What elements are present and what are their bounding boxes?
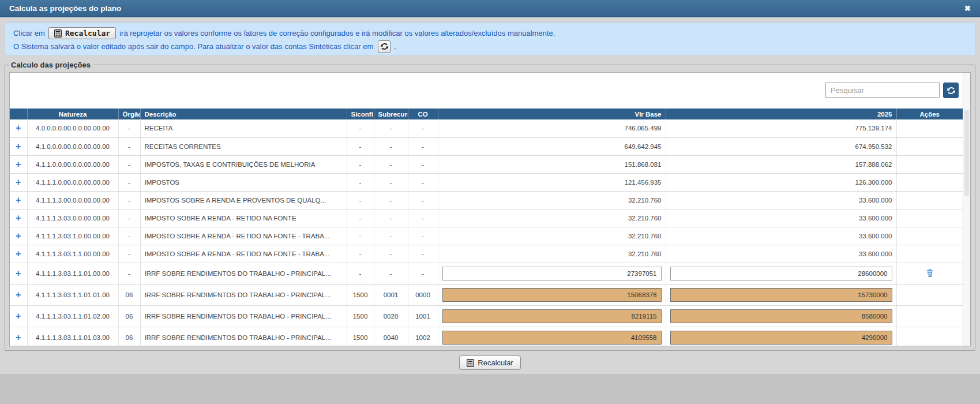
vlr-base-input[interactable] [442,309,662,323]
expand-cell: + [10,209,27,227]
expand-plus-icon[interactable]: + [16,333,21,342]
vlr-base-input[interactable] [442,288,662,302]
expand-cell: + [10,305,27,327]
refresh-inline-chip [378,40,391,53]
table-row: + 4.1.1.1.3.00.0.0.00.00.00 - IMPOSTOS S… [10,191,963,209]
year-2025-cell [666,263,896,284]
vlr-base-cell [438,327,666,346]
year-2025-input[interactable] [670,267,892,280]
descricao-cell: IMPOSTOS, TAXAS E CONTRIBUIÇÕES DE MELHO… [140,155,347,173]
subrecurso-cell: 0020 [374,305,408,327]
year-2025-cell: 674.950.532 [666,137,896,155]
expand-cell: + [10,327,27,346]
header-subrecurso: Subrecurso [374,109,408,119]
expand-plus-icon[interactable]: + [16,124,21,133]
orgao-cell: 06 [118,327,140,346]
table-row: + 4.1.1.1.3.03.1.1.00.00.00 - IMPOSTO SO… [10,245,963,263]
header-expand [10,109,27,119]
vlr-base-input[interactable] [442,331,662,345]
natureza-cell: 4.1.1.1.3.03.1.1.01.01.00 [27,284,118,305]
vlr-base-value: 32.210.760 [628,250,662,257]
scrollbar-thumb[interactable] [964,110,969,196]
siconfi-cell: - [347,263,374,284]
refresh-table-button[interactable] [943,83,959,98]
acoes-cell [896,119,963,137]
co-cell: - [408,227,438,245]
header-descricao: Descrição [140,109,347,119]
natureza-cell: 4.1.1.1.3.03.1.1.01.03.00 [27,327,118,346]
descricao-cell: RECEITAS CORRENTES [140,137,347,155]
expand-plus-icon[interactable]: + [16,142,21,151]
table-row: + 4.1.1.1.3.03.1.1.01.02.00 06 IRRF SOBR… [10,305,963,327]
table-row: + 4.0.0.0.0.00.0.0.00.00.00 - RECEITA - … [10,119,963,137]
year-2025-cell: 33.600.000 [666,191,896,209]
siconfi-cell: - [347,227,374,245]
dialog-titlebar: Calcula as projeções do plano ✖ [0,0,980,17]
delete-row-icon[interactable] [926,269,933,277]
descricao-cell: RECEITA [140,119,347,137]
natureza-cell: 4.1.1.1.3.00.0.0.00.00.00 [27,191,118,209]
co-cell: - [408,245,438,263]
natureza-cell: 4.1.0.0.0.00.0.0.00.00.00 [27,137,118,155]
orgao-cell: - [118,191,140,209]
expand-cell: + [10,245,27,263]
vlr-base-input[interactable] [442,267,662,280]
descricao-cell: IMPOSTOS [140,173,347,191]
year-2025-input[interactable] [670,331,892,345]
projection-dialog: Calcula as projeções do plano ✖ Clicar e… [0,0,980,374]
vlr-base-cell: 32.210.760 [438,245,666,263]
year-2025-input[interactable] [670,309,892,323]
expand-plus-icon[interactable]: + [16,249,21,259]
acoes-cell [896,227,963,245]
expand-cell: + [10,155,27,173]
subrecurso-cell: - [374,191,408,209]
descricao-cell: IMPOSTO SOBRE A RENDA - RETIDO NA FONTE … [140,245,347,263]
year-2025-cell: 33.600.000 [666,245,896,263]
co-cell: - [408,263,438,284]
expand-plus-icon[interactable]: + [16,312,21,321]
natureza-cell: 4.1.1.0.0.00.0.0.00.00.00 [27,155,118,173]
subrecurso-cell: - [374,227,408,245]
siconfi-cell: - [347,209,374,227]
header-vlr-base: Vlr Base [438,109,666,119]
natureza-cell: 4.1.1.1.3.03.1.0.00.00.00 [27,227,118,245]
close-icon[interactable]: ✖ [964,4,971,13]
acoes-cell [896,305,963,327]
orgao-cell: - [118,209,140,227]
vertical-scrollbar[interactable] [963,73,970,346]
year-2025-input[interactable] [670,288,892,302]
expand-cell: + [10,227,27,245]
vlr-base-cell: 649.642.945 [438,137,666,155]
subrecurso-cell: - [374,119,408,137]
acoes-cell [896,191,963,209]
header-acoes: Ações [896,109,963,119]
subrecurso-cell: - [374,263,408,284]
help-line2-suffix: . [394,42,396,51]
expand-plus-icon[interactable]: + [16,290,21,300]
calculator-icon [467,359,474,367]
expand-plus-icon[interactable]: + [16,178,21,187]
descricao-cell: IRRF SOBRE RENDIMENTOS DO TRABALHO - PRI… [140,327,347,346]
page-background [0,374,980,404]
table-row: + 4.1.1.0.0.00.0.0.00.00.00 - IMPOSTOS, … [10,155,963,173]
table-row: + 4.1.1.1.3.03.1.0.00.00.00 - IMPOSTO SO… [10,227,963,245]
search-input[interactable] [825,83,940,98]
orgao-cell: - [118,137,140,155]
recalcular-button[interactable]: Recalcular [459,356,520,370]
header-orgao: Órgão [118,109,140,119]
co-cell: - [408,209,438,227]
expand-cell: + [10,119,27,137]
expand-plus-icon[interactable]: + [16,196,21,205]
vlr-base-cell: 32.210.760 [438,227,666,245]
expand-plus-icon[interactable]: + [16,160,21,169]
expand-cell: + [10,173,27,191]
expand-plus-icon[interactable]: + [16,269,21,278]
expand-cell: + [10,263,27,284]
expand-plus-icon[interactable]: + [16,231,21,241]
expand-plus-icon[interactable]: + [16,214,21,223]
year-2025-value: 775.139.174 [855,125,892,132]
descricao-cell: IMPOSTO SOBRE A RENDA - RETIDO NA FONTE [140,209,347,227]
vlr-base-value: 121.456.935 [625,179,662,186]
co-cell: 1002 [408,327,438,346]
table-body: + 4.0.0.0.0.00.0.0.00.00.00 - RECEITA - … [10,119,963,346]
